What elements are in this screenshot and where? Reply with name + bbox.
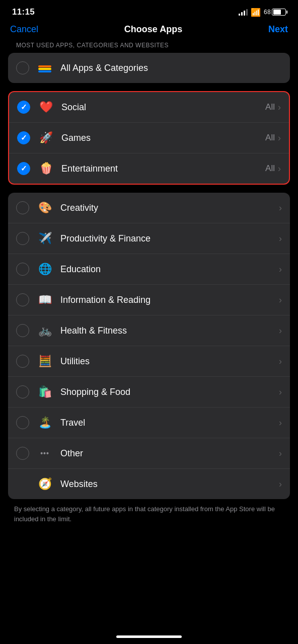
entertainment-item[interactable]: 🍿 Entertainment All › [9, 153, 289, 184]
websites-label: Websites [60, 479, 279, 490]
footer-note: By selecting a category, all future apps… [0, 499, 298, 529]
creativity-item[interactable]: 🎨 Creativity › [8, 193, 290, 223]
all-apps-icon [36, 59, 53, 76]
creativity-label: Creativity [60, 203, 279, 213]
list-item[interactable]: All Apps & Categories [8, 53, 290, 83]
other-chevron: › [279, 448, 282, 459]
status-time: 11:15 [12, 7, 35, 17]
reading-checkbox[interactable] [16, 293, 29, 306]
all-apps-label: All Apps & Categories [60, 63, 282, 73]
reading-chevron: › [279, 295, 282, 305]
productivity-item[interactable]: ✈️ Productivity & Finance › [8, 223, 290, 254]
education-chevron: › [279, 264, 282, 275]
battery-indicator: 68 [264, 9, 286, 16]
status-icons: 📶 68 [239, 8, 286, 17]
other-checkbox[interactable] [16, 447, 29, 460]
creativity-checkbox[interactable] [16, 201, 29, 214]
websites-icon: 🧭 [36, 475, 53, 493]
section-label: MOST USED APPS, CATEGORIES AND WEBSITES [0, 42, 298, 53]
shopping-icon: 🛍️ [36, 383, 53, 400]
games-item[interactable]: 🚀 Games All › [9, 123, 289, 153]
home-indicator [0, 635, 298, 644]
creativity-icon: 🎨 [36, 199, 53, 216]
health-icon: 🚲 [36, 322, 53, 339]
productivity-icon: ✈️ [36, 230, 53, 247]
entertainment-chevron: › [278, 164, 281, 174]
education-icon: 🌐 [36, 261, 53, 278]
social-checkbox[interactable] [17, 101, 30, 114]
games-checkbox[interactable] [17, 131, 30, 144]
remaining-list: 🎨 Creativity › ✈️ Productivity & Finance… [8, 193, 290, 499]
all-apps-container: All Apps & Categories [8, 53, 290, 83]
wifi-icon: 📶 [251, 8, 261, 17]
other-item[interactable]: ••• Other › [8, 438, 290, 469]
entertainment-icon: 🍿 [37, 160, 54, 177]
education-item[interactable]: 🌐 Education › [8, 254, 290, 285]
all-apps-checkbox[interactable] [16, 61, 29, 74]
health-item[interactable]: 🚲 Health & Fitness › [8, 315, 290, 346]
highlighted-list: ❤️ Social All › 🚀 Games All › 🍿 Entertai… [8, 91, 290, 185]
other-label: Other [60, 448, 279, 459]
social-icon: ❤️ [37, 99, 54, 116]
games-all: All [265, 133, 275, 143]
games-label: Games [61, 133, 265, 143]
social-item[interactable]: ❤️ Social All › [9, 92, 289, 123]
social-label: Social [61, 102, 265, 113]
next-button[interactable]: Next [268, 24, 288, 35]
shopping-item[interactable]: 🛍️ Shopping & Food › [8, 377, 290, 408]
creativity-chevron: › [279, 203, 282, 213]
svg-rect-0 [38, 65, 51, 67]
productivity-label: Productivity & Finance [60, 233, 279, 244]
travel-checkbox[interactable] [16, 416, 29, 429]
reading-item[interactable]: 📖 Information & Reading › [8, 285, 290, 315]
websites-chevron: › [279, 479, 282, 490]
websites-item[interactable]: 🧭 Websites › [8, 469, 290, 499]
utilities-checkbox[interactable] [16, 355, 29, 368]
signal-icon [239, 9, 248, 16]
health-label: Health & Fitness [60, 326, 279, 336]
reading-icon: 📖 [36, 291, 53, 308]
utilities-item[interactable]: 🧮 Utilities › [8, 346, 290, 377]
productivity-chevron: › [279, 233, 282, 244]
productivity-checkbox[interactable] [16, 232, 29, 245]
social-all: All [265, 102, 275, 112]
health-checkbox[interactable] [16, 324, 29, 337]
battery-level: 68 [264, 9, 271, 16]
cancel-button[interactable]: Cancel [10, 24, 38, 35]
entertainment-all: All [265, 164, 275, 174]
nav-bar: Cancel Choose Apps Next [0, 20, 298, 42]
travel-item[interactable]: 🏝️ Travel › [8, 408, 290, 438]
reading-label: Information & Reading [60, 295, 279, 305]
social-chevron: › [278, 102, 281, 113]
utilities-icon: 🧮 [36, 353, 53, 370]
websites-placeholder [16, 477, 29, 491]
svg-rect-2 [38, 70, 51, 72]
page-title: Choose Apps [124, 24, 182, 35]
other-icon: ••• [36, 445, 53, 462]
utilities-chevron: › [279, 356, 282, 367]
education-label: Education [60, 264, 279, 275]
travel-label: Travel [60, 418, 279, 428]
shopping-checkbox[interactable] [16, 385, 29, 398]
shopping-chevron: › [279, 387, 282, 397]
utilities-label: Utilities [60, 356, 279, 367]
svg-rect-1 [38, 68, 51, 70]
status-bar: 11:15 📶 68 [0, 0, 298, 20]
games-chevron: › [278, 133, 281, 143]
travel-icon: 🏝️ [36, 414, 53, 431]
health-chevron: › [279, 326, 282, 336]
entertainment-checkbox[interactable] [17, 162, 30, 175]
shopping-label: Shopping & Food [60, 387, 279, 397]
entertainment-label: Entertainment [61, 164, 265, 174]
travel-chevron: › [279, 418, 282, 428]
education-checkbox[interactable] [16, 263, 29, 276]
games-icon: 🚀 [37, 129, 54, 146]
home-bar [116, 635, 182, 638]
